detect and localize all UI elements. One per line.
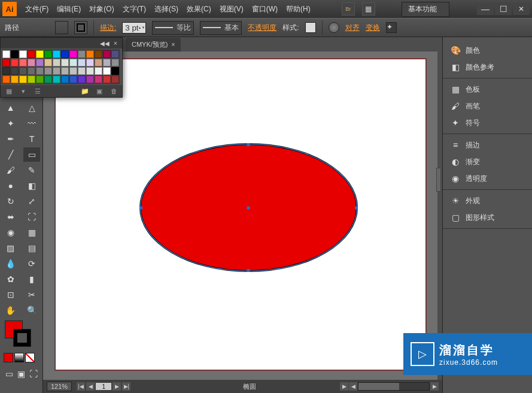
eyedropper-tool[interactable]: 💧 <box>2 256 19 271</box>
stroke-swatch[interactable] <box>74 21 87 34</box>
swatch-cell[interactable] <box>69 50 77 58</box>
width-tool[interactable]: ⬌ <box>2 210 19 224</box>
bridge-icon[interactable]: Br <box>342 2 355 16</box>
menu-edit[interactable]: 编辑(E) <box>53 2 84 17</box>
swatch-cell[interactable] <box>53 59 60 66</box>
scroll-left[interactable]: ▶ <box>340 382 348 391</box>
color-mode[interactable] <box>4 353 13 362</box>
swatch-cell[interactable] <box>36 67 44 75</box>
swatch-cell[interactable] <box>78 75 86 83</box>
swatch-cell[interactable] <box>19 67 27 75</box>
swatch-cell[interactable] <box>86 50 94 58</box>
swatch-cell[interactable] <box>28 59 35 66</box>
rectangle-tool[interactable]: ▭ <box>23 147 40 162</box>
canvas[interactable] <box>43 52 437 380</box>
swatch-cell[interactable] <box>78 50 86 58</box>
center-anchor[interactable] <box>247 206 250 209</box>
swatch-options-icon[interactable]: ☰ <box>33 87 42 95</box>
swatch-cell[interactable] <box>111 75 119 83</box>
paintbrush-tool[interactable]: 🖌 <box>2 163 19 177</box>
symbol-sprayer-tool[interactable]: ✿ <box>2 272 19 286</box>
swatch-cell[interactable] <box>95 75 102 83</box>
gradient-tool[interactable]: ▤ <box>23 241 40 255</box>
artboard-tool[interactable]: ⊡ <box>2 288 19 302</box>
isolate-icon[interactable]: ✦ <box>386 22 397 33</box>
artboard-number[interactable]: 1 <box>96 383 111 390</box>
zoom-level[interactable]: 121% <box>47 382 72 391</box>
swatch-cell[interactable] <box>44 59 52 66</box>
delete-swatch-icon[interactable]: 🗑 <box>109 87 118 95</box>
scale-tool[interactable]: ⤢ <box>23 194 40 208</box>
menu-effect[interactable]: 效果(C) <box>183 2 215 17</box>
swatch-cell[interactable] <box>103 67 111 75</box>
close-button[interactable]: ✕ <box>513 3 530 15</box>
panel-close-icon[interactable]: × <box>111 40 120 47</box>
swatch-cell[interactable] <box>19 75 27 83</box>
pencil-tool[interactable]: ✎ <box>23 163 40 177</box>
swatch-cell[interactable] <box>61 75 69 83</box>
scroll-right[interactable]: ▶ <box>430 382 439 391</box>
graph-tool[interactable]: ▮ <box>23 272 40 286</box>
brush-def-dropdown[interactable]: 基本 <box>200 21 242 35</box>
swatch-kind-icon[interactable]: ▾ <box>19 87 28 95</box>
swatch-cell[interactable] <box>11 50 19 58</box>
swatch-cell[interactable] <box>19 59 27 66</box>
swatch-cell[interactable] <box>36 50 44 58</box>
rotate-tool[interactable]: ↻ <box>2 194 19 208</box>
width-profile-dropdown[interactable]: 等比 <box>152 21 194 35</box>
recolor-icon[interactable] <box>329 22 339 33</box>
panel-color[interactable]: 🎨颜色 <box>443 42 532 59</box>
lasso-tool[interactable]: 〰 <box>23 116 40 131</box>
menu-window[interactable]: 窗口(W) <box>248 2 281 17</box>
swatch-cell[interactable] <box>103 50 111 58</box>
swatch-cell[interactable] <box>11 67 19 75</box>
shape-builder-tool[interactable]: ◉ <box>2 225 19 240</box>
new-swatch-icon[interactable]: ▣ <box>95 87 104 95</box>
mesh-tool[interactable]: ▨ <box>2 241 19 255</box>
panel-stroke[interactable]: ≡描边 <box>443 137 532 153</box>
panel-color-guide[interactable]: ◧颜色参考 <box>443 59 532 75</box>
panel-gradient[interactable]: ◐渐变 <box>443 153 532 170</box>
swatch-cell[interactable] <box>36 59 44 66</box>
pen-tool[interactable]: ✒ <box>2 132 19 146</box>
eraser-tool[interactable]: ◧ <box>23 179 40 193</box>
panel-brushes[interactable]: 🖌画笔 <box>443 98 532 114</box>
h-scrollbar[interactable]: ▶ ◀ ▶ <box>340 382 439 391</box>
swatch-cell[interactable] <box>28 67 35 75</box>
hand-tool[interactable]: ✋ <box>2 303 19 318</box>
menu-help[interactable]: 帮助(H) <box>282 2 314 17</box>
align-link[interactable]: 对齐 <box>345 23 360 33</box>
full-screen-menu[interactable]: ▣ <box>16 367 26 381</box>
swatch-cell[interactable] <box>103 75 111 83</box>
v-scrollbar[interactable] <box>436 168 441 192</box>
swatch-cell[interactable] <box>95 50 102 58</box>
swatch-cell[interactable] <box>78 67 86 75</box>
gradient-mode[interactable] <box>14 353 24 362</box>
swatch-cell[interactable] <box>19 50 27 58</box>
swatch-cell[interactable] <box>111 67 119 75</box>
scroll-left2[interactable]: ◀ <box>349 382 357 391</box>
selection-tool[interactable]: ▲ <box>2 101 19 115</box>
swatch-cell[interactable] <box>95 59 102 66</box>
fill-swatch[interactable] <box>55 21 68 34</box>
swatch-cell[interactable] <box>11 75 19 83</box>
swatch-cell[interactable] <box>111 59 119 66</box>
swatch-cell[interactable] <box>95 67 102 75</box>
style-swatch[interactable] <box>305 22 316 33</box>
swatch-cell[interactable] <box>2 67 10 75</box>
panel-graphic-styles[interactable]: ▢图形样式 <box>443 209 532 226</box>
swatch-cell[interactable] <box>44 75 52 83</box>
menu-select[interactable]: 选择(S) <box>151 2 182 17</box>
opacity-link[interactable]: 不透明度 <box>248 23 276 33</box>
panel-symbols[interactable]: ✦符号 <box>443 114 532 131</box>
blend-tool[interactable]: ⟳ <box>23 256 40 271</box>
panel-appearance[interactable]: ☀外观 <box>443 192 532 209</box>
full-screen[interactable]: ⛶ <box>28 367 39 381</box>
swatch-cell[interactable] <box>36 75 44 83</box>
menu-view[interactable]: 视图(V) <box>216 2 247 17</box>
panel-transparency[interactable]: ◉透明度 <box>443 170 532 187</box>
menu-object[interactable]: 对象(O) <box>86 2 117 17</box>
swatch-cell[interactable] <box>53 67 60 75</box>
swatch-cell[interactable] <box>69 59 77 66</box>
maximize-button[interactable]: ☐ <box>495 3 512 15</box>
